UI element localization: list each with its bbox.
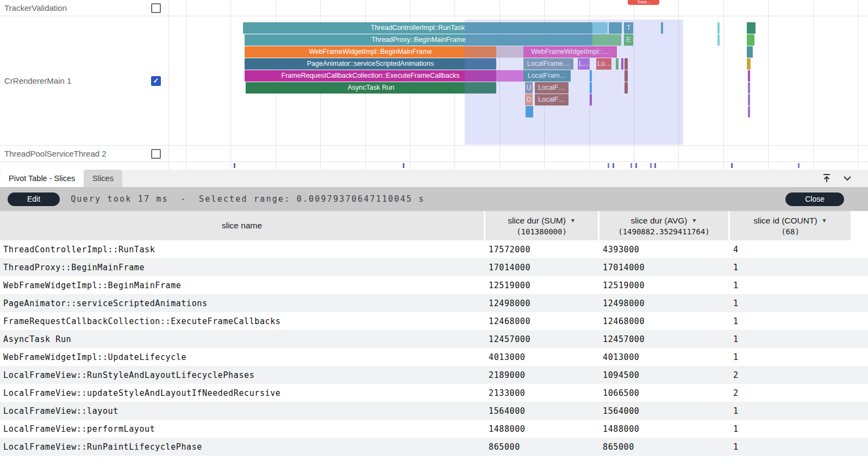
slice-name-cell: WebFrameWidgetImpl::BeginMainFrame: [0, 281, 485, 290]
expand-panel-icon[interactable]: [821, 173, 832, 184]
column-header[interactable]: slice dur (AVG)▼(1490882.3529411764): [600, 211, 728, 240]
column-header[interactable]: slice dur (SUM)▼(101380000): [485, 211, 598, 240]
slice-name-cell: LocalFrameView::updateStyleAndLayoutIfNe…: [0, 388, 485, 398]
track-shell: CrRendererMain 1: [0, 16, 168, 145]
slice-name-cell: LocalFrameView::RunStyleAndLayoutLifecyc…: [0, 370, 485, 380]
value-cell: 1488000: [485, 424, 600, 434]
value-cell: 4393000: [600, 245, 730, 254]
track-row-crrenderermain[interactable]: CrRendererMain 1: [0, 16, 868, 146]
tab-slices[interactable]: Slices: [84, 170, 122, 187]
column-header-label: slice dur (AVG)▼: [631, 216, 697, 226]
column-header-label: slice name: [222, 221, 262, 231]
panel-controls: [821, 170, 853, 187]
slice-name-cell: ThreadControllerImpl::RunTask: [0, 245, 485, 254]
value-cell: 1488000: [600, 424, 730, 434]
value-cell: 1: [730, 352, 851, 362]
value-cell: 1: [730, 424, 851, 434]
value-cell: 12468000: [485, 316, 600, 326]
value-cell: 12498000: [485, 299, 600, 308]
track-name: TrackerValidation: [4, 3, 67, 13]
table-row[interactable]: ThreadControllerImpl::RunTask17572000439…: [0, 240, 868, 258]
track-checkbox[interactable]: [151, 3, 161, 13]
slice-name-cell: LocalFrameView::layout: [0, 406, 485, 416]
table-row[interactable]: LocalFrameView::layout156400015640001: [0, 402, 868, 420]
value-cell: 1564000: [485, 406, 600, 416]
sort-desc-icon[interactable]: ▼: [822, 218, 827, 223]
value-cell: 2133000: [485, 388, 600, 398]
column-header[interactable]: slice id (COUNT)▼(68): [730, 211, 851, 240]
query-status: Query took 17 ms - Selected range: 0.009…: [71, 194, 785, 204]
track-checkbox[interactable]: [151, 76, 161, 86]
collapse-panel-icon[interactable]: [842, 173, 853, 184]
track-name: CrRendererMain 1: [4, 76, 71, 85]
query-toolbar: Edit Query took 17 ms - Selected range: …: [0, 187, 868, 211]
track-name: ThreadPoolServiceThread 2: [4, 149, 107, 158]
tab-bar: Pivot Table - Slices Slices: [0, 170, 868, 187]
table-row[interactable]: WebFrameWidgetImpl::BeginMainFrame125190…: [0, 276, 868, 294]
slice-name-cell: FrameRequestCallbackCollection::ExecuteF…: [0, 316, 485, 326]
value-cell: 1: [730, 334, 851, 344]
value-cell: 1: [730, 263, 851, 272]
column-header-label: slice id (COUNT)▼: [753, 216, 827, 226]
slice-name-cell: ThreadProxy::BeginMainFrame: [0, 263, 485, 272]
close-button[interactable]: Close: [785, 192, 844, 206]
track-button[interactable]: Track...: [628, 0, 659, 5]
value-cell: 12457000: [485, 334, 600, 344]
track-shell: ThreadPoolServiceThread 2: [0, 146, 168, 161]
slice-name-cell: WebFrameWidgetImpl::UpdateLifecycle: [0, 352, 485, 362]
edit-button[interactable]: Edit: [8, 192, 60, 206]
table-row[interactable]: ThreadProxy::BeginMainFrame1701400017014…: [0, 258, 868, 276]
value-cell: 2: [730, 370, 851, 380]
value-cell: 1564000: [600, 406, 730, 416]
table-row[interactable]: LocalFrameView::RunPaintLifecyclePhase86…: [0, 438, 868, 456]
value-cell: 12519000: [600, 281, 730, 290]
slice-name-cell: LocalFrameView::performLayout: [0, 424, 485, 434]
column-aggregate-total: (101380000): [516, 227, 567, 236]
value-cell: 1066500: [600, 388, 730, 398]
value-cell: 1: [730, 281, 851, 290]
column-aggregate-total: (1490882.3529411764): [618, 227, 710, 236]
timeline-area: ThreadControllerImpl::RunTaskTThreadProx…: [0, 0, 868, 170]
slice-name-cell: AsyncTask Run: [0, 334, 485, 344]
value-cell: 17014000: [600, 263, 730, 272]
value-cell: 4013000: [600, 352, 730, 362]
value-cell: 1: [730, 442, 851, 452]
table-row[interactable]: AsyncTask Run12457000124570001: [0, 330, 868, 348]
value-cell: 4013000: [485, 352, 600, 362]
value-cell: 1: [730, 406, 851, 416]
sort-desc-icon[interactable]: ▼: [570, 218, 576, 223]
track-checkbox[interactable]: [151, 149, 161, 159]
track-shell: TrackerValidation: [0, 0, 168, 16]
value-cell: 865000: [600, 442, 730, 452]
slice-name-cell: LocalFrameView::RunPaintLifecyclePhase: [0, 442, 485, 452]
value-cell: 1: [730, 299, 851, 308]
table-header-row: slice nameslice dur (SUM)▼(101380000)sli…: [0, 211, 851, 240]
value-cell: 4: [730, 245, 851, 254]
column-header-label: slice dur (SUM)▼: [508, 216, 576, 226]
value-cell: 2189000: [485, 370, 600, 380]
tab-pivot-table-slices[interactable]: Pivot Table - Slices: [0, 170, 84, 187]
value-cell: 1094500: [600, 370, 730, 380]
value-cell: 12468000: [600, 316, 730, 326]
value-cell: 17572000: [485, 245, 600, 254]
table-body: ThreadControllerImpl::RunTask17572000439…: [0, 240, 868, 456]
value-cell: 12457000: [600, 334, 730, 344]
track-row-threadpoolservicethread[interactable]: ThreadPoolServiceThread 2: [0, 146, 868, 162]
column-header[interactable]: slice name: [0, 211, 484, 240]
table-row[interactable]: FrameRequestCallbackCollection::ExecuteF…: [0, 312, 868, 330]
column-aggregate-total: (68): [781, 227, 800, 236]
table-row[interactable]: WebFrameWidgetImpl::UpdateLifecycle40130…: [0, 348, 868, 366]
value-cell: 12498000: [600, 299, 730, 308]
table-row[interactable]: LocalFrameView::updateStyleAndLayoutIfNe…: [0, 384, 868, 402]
slice-name-cell: PageAnimator::serviceScriptedAnimations: [0, 299, 485, 308]
track-row-trackervalidation[interactable]: TrackerValidation: [0, 0, 868, 16]
value-cell: 1: [730, 316, 851, 326]
value-cell: 17014000: [485, 263, 600, 272]
sort-desc-icon[interactable]: ▼: [692, 218, 697, 223]
table-row[interactable]: LocalFrameView::RunStyleAndLayoutLifecyc…: [0, 366, 868, 384]
table-row[interactable]: PageAnimator::serviceScriptedAnimations1…: [0, 294, 868, 312]
value-cell: 865000: [485, 442, 600, 452]
table-row[interactable]: LocalFrameView::performLayout14880001488…: [0, 420, 868, 438]
value-cell: 2: [730, 388, 851, 398]
value-cell: 12519000: [485, 281, 600, 290]
